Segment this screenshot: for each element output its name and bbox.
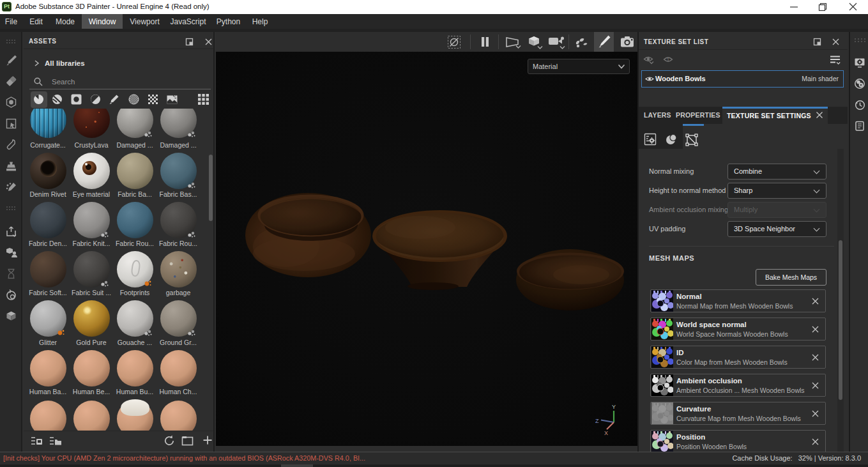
svg-text:1: 1 — [667, 57, 669, 62]
svg-text:Z: Z — [595, 418, 599, 424]
svg-text:X: X — [604, 430, 608, 436]
svg-text:Y: Y — [612, 404, 616, 410]
